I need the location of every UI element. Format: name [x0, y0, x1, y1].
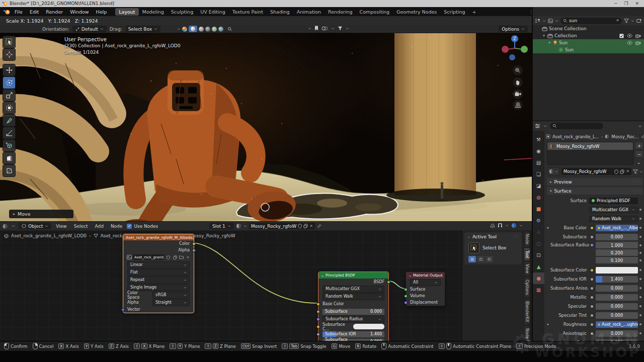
outliner-row-collection[interactable]: ▾Collection: [533, 32, 644, 39]
subsurface-radius-value-2[interactable]: 0.100: [596, 257, 638, 263]
output-tab[interactable]: ▤: [533, 157, 544, 168]
target-dropdown[interactable]: All: [410, 279, 441, 286]
workspace-tab-scripting[interactable]: Scripting: [440, 8, 468, 16]
decorator-dot[interactable]: [639, 244, 641, 246]
workspace-tab-rendering[interactable]: Rendering: [325, 8, 356, 16]
base-color-image-value[interactable]: Aset_rock_..._Albedo.jpg: [596, 225, 638, 231]
image-icon[interactable]: [126, 254, 132, 260]
bsdf-output-socket[interactable]: [387, 280, 390, 284]
decorator-dot[interactable]: [639, 218, 641, 220]
select-mode-extend-icon[interactable]: ◫: [477, 256, 485, 262]
display-mode-icon[interactable]: [535, 19, 540, 23]
filter-display-icon[interactable]: [548, 19, 553, 23]
random-walk-dropdown[interactable]: Random Walk: [589, 216, 638, 222]
collapse-chevron-icon[interactable]: ⌄: [409, 274, 412, 278]
volume-input-socket[interactable]: [404, 294, 408, 298]
insert-frame-icon[interactable]: [490, 223, 495, 228]
active-tool-panel[interactable]: ⌄ Active Tool ⁙⁙ Select Box ▧ ◫ ◰: [464, 232, 522, 264]
workspace-tab-uv-editing[interactable]: UV Editing: [197, 8, 229, 16]
filter-icon[interactable]: [338, 26, 343, 31]
blender-menu-icon[interactable]: [3, 9, 10, 15]
world-tab[interactable]: ◍: [533, 192, 544, 203]
distribution-dropdown[interactable]: Multiscatter GGX: [323, 286, 384, 293]
shader-node-canvas[interactable]: Aset_rock_granite_L_rgfoW_LOD0 › Aset_ro…: [0, 230, 532, 341]
image-texture-node-header[interactable]: Aset_rock_granite_rgfoW_M_Albedo.jpg: [123, 234, 194, 240]
sidebar-tab-view[interactable]: View: [524, 261, 530, 276]
outliner-row-sun[interactable]: ▾Sun: [533, 39, 644, 46]
zoom-icon[interactable]: [513, 65, 523, 75]
material-datablock-field[interactable]: Mossy_Rocky_rgfoW ✕: [561, 168, 631, 175]
vector-input-socket[interactable]: [121, 308, 125, 311]
subsurface-aniso-slider[interactable]: 0.000: [596, 285, 638, 292]
material-slot-dropdown[interactable]: Slot 1: [209, 223, 234, 229]
outliner-search-input[interactable]: sun ✕: [560, 18, 622, 24]
close-icon[interactable]: ✕: [635, 1, 639, 6]
image-name-field[interactable]: Aset_rock_granit...: [133, 254, 165, 260]
chevron-down-icon[interactable]: [505, 224, 509, 227]
overlays-toggle-icon[interactable]: [321, 26, 328, 31]
subsurface-input-socket[interactable]: [316, 310, 320, 313]
displacement-input-socket[interactable]: [404, 301, 408, 304]
texture-tab[interactable]: ▦: [533, 284, 544, 296]
particles-tab[interactable]: ∴: [533, 226, 544, 238]
subsurface-c-input-socket[interactable]: [316, 325, 320, 328]
object-tab[interactable]: ■: [533, 203, 544, 215]
material-slot-list[interactable]: Mossy_Rocky_rgfoW: [547, 142, 633, 165]
camera-visibility-icon[interactable]: [635, 34, 641, 38]
subsurface-ior-slider[interactable]: 1.400: [596, 276, 638, 283]
surface-panel-header[interactable]: ▾ Surface ⁙⁙: [547, 187, 643, 195]
filter-icon[interactable]: [624, 19, 629, 23]
collapse-chevron-icon[interactable]: ⌄: [467, 235, 470, 239]
surface-input-socket[interactable]: [404, 288, 408, 291]
remove-slot-button[interactable]: −: [635, 150, 643, 158]
alpha-output-socket[interactable]: [192, 248, 196, 252]
decorator-dot[interactable]: [639, 227, 641, 229]
sidebar-tab-node[interactable]: Node: [524, 231, 530, 247]
cursor-tool-button[interactable]: [3, 49, 15, 60]
constraints-tab[interactable]: ⊡: [533, 249, 544, 261]
eye-icon[interactable]: [627, 34, 632, 38]
menu-add[interactable]: Add: [94, 224, 104, 229]
unlink-icon[interactable]: ✕: [185, 254, 191, 260]
copy-icon[interactable]: [620, 169, 624, 174]
solid-shading-icon[interactable]: [189, 26, 197, 32]
subsurface-radius-input-socket[interactable]: [316, 317, 320, 321]
add-cube-tool-button[interactable]: [3, 140, 15, 151]
fake-user-shield-icon[interactable]: [166, 254, 171, 260]
chevron-down-icon[interactable]: [308, 27, 311, 30]
select-box-tool-icon[interactable]: [468, 242, 479, 253]
workspace-tab-layout[interactable]: Layout: [115, 8, 138, 16]
material-icon[interactable]: [236, 223, 242, 229]
scale-tool-button[interactable]: [3, 89, 15, 101]
expand-right-icon[interactable]: ▸: [546, 322, 550, 326]
extra-tool-1-tool-button[interactable]: [3, 152, 15, 164]
material-name-field[interactable]: Mossy_Rocky_rgfoW ✕: [249, 223, 315, 229]
subsurface-slider[interactable]: Subsurface0.000: [323, 309, 384, 315]
workspace-tab-compositing[interactable]: Compositing: [356, 8, 393, 16]
use-nodes-toggle[interactable]: ✓ Use Nodes: [127, 224, 158, 229]
subsurface-ior-slider[interactable]: Subsurface IOR1.400: [323, 331, 384, 337]
new-collection-icon[interactable]: [636, 18, 642, 23]
decorator-dot[interactable]: [639, 259, 641, 261]
subsurface-method-dropdown[interactable]: Random Walk: [323, 293, 384, 300]
subsurface-radius-value-0[interactable]: 1.000: [596, 242, 638, 248]
annotate-tool-button[interactable]: [3, 115, 15, 126]
fake-user-shield-icon[interactable]: [614, 169, 618, 174]
transform-tool-button[interactable]: [3, 102, 15, 114]
decorator-dot[interactable]: [639, 269, 641, 271]
chevron-down-icon[interactable]: [346, 27, 349, 30]
sidebar-tab-tool[interactable]: Tool: [524, 248, 530, 261]
outliner-row-sun[interactable]: Sun: [533, 46, 644, 53]
decorator-dot[interactable]: [639, 314, 641, 316]
sidebar-tab-options[interactable]: Options: [524, 277, 530, 298]
drag-dropdown[interactable]: Select Box: [125, 26, 160, 32]
decorator-dot[interactable]: [639, 209, 641, 211]
subsurface-anisotropy-input-socket[interactable]: [316, 340, 320, 341]
decorator-dot[interactable]: [639, 305, 641, 307]
move-tool-button[interactable]: [3, 64, 15, 76]
snap-magnet-icon[interactable]: [498, 223, 503, 228]
gizmo-toggle-icon[interactable]: [314, 26, 318, 31]
open-folder-icon[interactable]: [179, 254, 184, 260]
pin-icon[interactable]: [317, 224, 321, 228]
operator-panel-move[interactable]: ▸ Move: [9, 210, 73, 218]
